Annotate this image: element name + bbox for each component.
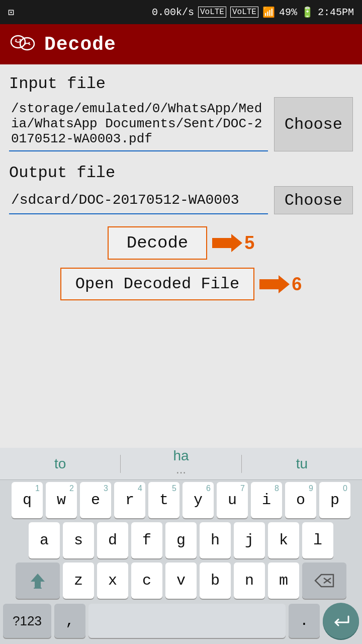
keyboard-row-2: a s d f g h j k l (0, 520, 362, 560)
key-v[interactable]: v (165, 562, 197, 599)
input-file-label: Input file (9, 74, 353, 93)
num-sym-key[interactable]: ?123 (3, 604, 51, 638)
key-o[interactable]: 9o (285, 482, 316, 518)
key-r[interactable]: 4r (114, 482, 145, 518)
key-b[interactable]: b (200, 562, 231, 599)
key-i[interactable]: 8i (251, 482, 282, 518)
key-w[interactable]: 2w (46, 482, 77, 518)
time-display: 2:45PM (318, 7, 354, 18)
screen-icon: ⊡ (8, 7, 14, 19)
open-decoded-button[interactable]: Open Decoded File (60, 268, 254, 300)
input-file-choose-button[interactable]: Choose (274, 97, 353, 151)
input-file-input[interactable] (9, 97, 268, 151)
suggestion-1[interactable]: to (0, 452, 120, 476)
volte-indicator-1: VoLTE (198, 7, 226, 18)
shift-icon (29, 572, 47, 590)
key-h[interactable]: h (200, 522, 231, 558)
shift-key[interactable] (16, 562, 60, 599)
keyboard: to ha ··· tu 1q 2w 3e 4r 5t 6y 7u 8i 9o … (0, 448, 362, 644)
key-n[interactable]: n (234, 562, 265, 599)
suggestion-3[interactable]: tu (242, 452, 362, 476)
delete-key[interactable] (302, 562, 346, 599)
decode-step-number: 5 (244, 232, 254, 254)
main-content: Input file Choose Output file Choose Dec… (0, 64, 362, 310)
key-d[interactable]: d (97, 522, 128, 558)
keyboard-row-1: 1q 2w 3e 4r 5t 6y 7u 8i 9o 0p (0, 480, 362, 520)
open-btn-wrapper: Open Decoded File 6 (60, 268, 302, 300)
key-c[interactable]: c (131, 562, 162, 599)
app-title: Decode (44, 34, 116, 55)
key-u[interactable]: 7u (217, 482, 248, 518)
key-x[interactable]: x (97, 562, 128, 599)
output-file-row: Choose (9, 186, 353, 214)
output-file-choose-button[interactable]: Choose (274, 186, 353, 214)
key-s[interactable]: s (63, 522, 94, 558)
key-p[interactable]: 0p (319, 482, 350, 518)
key-m[interactable]: m (268, 562, 299, 599)
battery-icon: 🔋 (301, 6, 314, 19)
output-file-section: Output file Choose (9, 164, 353, 214)
comma-key[interactable]: , (54, 604, 85, 638)
volte-indicator-2: VoLTE (230, 7, 258, 18)
svg-point-3 (20, 39, 21, 41)
app-logo-icon (9, 31, 36, 58)
keyboard-suggestions: to ha ··· tu (0, 448, 362, 480)
enter-key[interactable] (323, 603, 359, 639)
delete-icon (314, 574, 334, 588)
action-buttons: Decode 5 Open Decoded File 6 (9, 226, 353, 300)
key-y[interactable]: 6y (183, 482, 214, 518)
output-file-label: Output file (9, 164, 353, 182)
key-a[interactable]: a (29, 522, 60, 558)
svg-point-4 (25, 42, 26, 44)
decode-btn-wrapper: Decode 5 (108, 226, 254, 260)
svg-point-2 (16, 39, 17, 41)
keyboard-bottom-row: ?123 , . (0, 601, 362, 644)
input-file-section: Input file Choose (9, 74, 353, 151)
open-arrow-label: 6 (259, 274, 302, 295)
key-l[interactable]: l (302, 522, 333, 558)
key-e[interactable]: 3e (80, 482, 111, 518)
signal-icon: 📶 (262, 6, 275, 19)
input-file-row: Choose (9, 97, 353, 151)
svg-marker-7 (259, 275, 290, 293)
app-bar: Decode (0, 24, 362, 64)
suggestion-2[interactable]: ha ··· (121, 444, 241, 484)
open-arrow-icon (259, 275, 290, 293)
key-z[interactable]: z (63, 562, 94, 599)
svg-marker-8 (31, 574, 45, 587)
status-left: ⊡ (8, 6, 14, 19)
decode-arrow-label: 5 (212, 232, 254, 254)
status-right: 0.00k/s VoLTE VoLTE 📶 49% 🔋 2:45PM (152, 6, 354, 19)
key-k[interactable]: k (268, 522, 299, 558)
output-file-input[interactable] (9, 186, 268, 214)
period-key[interactable]: . (289, 604, 320, 638)
open-step-number: 6 (292, 274, 302, 295)
key-t[interactable]: 5t (148, 482, 179, 518)
key-j[interactable]: j (234, 522, 265, 558)
svg-rect-10 (34, 588, 42, 589)
space-key[interactable] (88, 604, 286, 638)
decode-arrow-icon (212, 234, 242, 252)
status-bar: ⊡ 0.00k/s VoLTE VoLTE 📶 49% 🔋 2:45PM (0, 0, 362, 24)
svg-point-5 (29, 42, 30, 44)
enter-icon (331, 613, 350, 628)
key-g[interactable]: g (165, 522, 197, 558)
battery-percent: 49% (279, 7, 297, 18)
svg-marker-6 (212, 234, 242, 252)
speed-indicator: 0.00k/s (152, 7, 194, 18)
keyboard-row-3: z x c v b n m (0, 560, 362, 601)
key-q[interactable]: 1q (12, 482, 43, 518)
decode-button[interactable]: Decode (108, 226, 207, 260)
key-f[interactable]: f (131, 522, 162, 558)
